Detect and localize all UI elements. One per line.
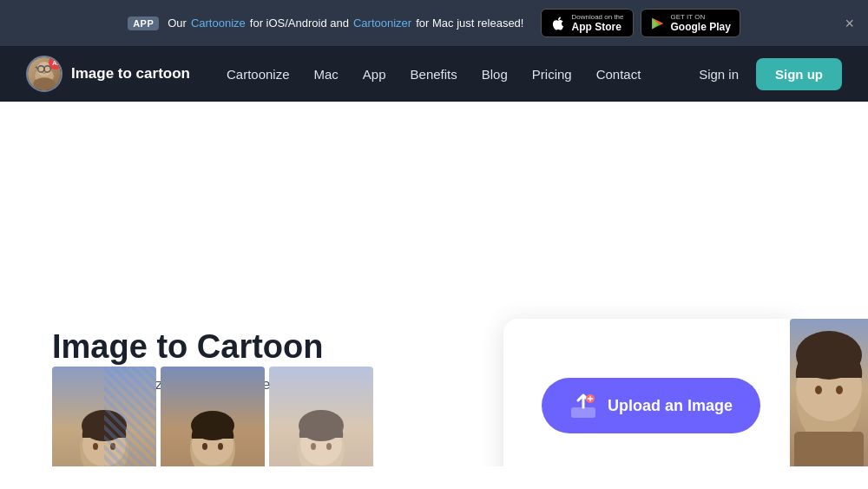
play-store-text: GET IT ON Google Play (671, 13, 731, 33)
app-badge: APP (128, 17, 159, 30)
app-store-text: Download on the App Store (571, 13, 623, 33)
upload-panel: Upload an Image (503, 319, 799, 466)
svg-point-30 (836, 386, 843, 394)
logo[interactable]: AI Image to cartoon (26, 56, 190, 92)
upload-svg (569, 392, 597, 420)
upload-icon (569, 392, 597, 420)
signin-button[interactable]: Sign in (688, 60, 749, 89)
nav-actions: Sign in Sign up (688, 58, 842, 90)
store-buttons: Download on the App Store GET IT ON Goog… (541, 9, 740, 37)
ai-badge: AI (49, 56, 62, 69)
upload-label: Upload an Image (608, 397, 733, 415)
nav-app[interactable]: App (352, 60, 397, 89)
banner-suffix: for Mac just released! (416, 17, 523, 30)
svg-point-16 (218, 443, 223, 450)
cartoonizer-link[interactable]: Cartoonizer (353, 17, 411, 30)
svg-rect-24 (571, 407, 595, 418)
cartoonize-link[interactable]: Cartoonize (191, 17, 246, 30)
photo-face-1 (52, 367, 156, 466)
navbar: AI Image to cartoon Cartoonize Mac App B… (0, 46, 868, 102)
hero-spacer (0, 102, 868, 293)
play-icon (650, 16, 666, 31)
face-svg-2 (182, 401, 243, 466)
photo-strip (52, 367, 382, 466)
svg-point-15 (202, 443, 207, 450)
banner-prefix: Our (168, 17, 187, 30)
nav-blog[interactable]: Blog (471, 60, 518, 89)
nav-benefits[interactable]: Benefits (400, 60, 468, 89)
app-store-button[interactable]: Download on the App Store (541, 9, 633, 37)
face-svg-3 (291, 401, 352, 466)
banner-middle: for iOS/Android and (250, 17, 349, 30)
right-face-svg (790, 319, 868, 466)
signup-button[interactable]: Sign up (756, 58, 842, 90)
nav-mac[interactable]: Mac (304, 60, 349, 89)
svg-point-29 (815, 386, 822, 394)
apple-icon (550, 16, 566, 31)
stripe-overlay (104, 367, 156, 466)
close-banner-button[interactable]: × (845, 14, 854, 32)
photo-face-2 (161, 367, 265, 466)
logo-text: Image to cartoon (71, 65, 190, 83)
google-play-button[interactable]: GET IT ON Google Play (641, 9, 740, 37)
photo-face-3 (269, 367, 373, 466)
banner-text: Our Cartoonize for iOS/Android and Carto… (168, 17, 523, 30)
hero-title: Image to Cartoon (52, 327, 323, 367)
nav-pricing[interactable]: Pricing (522, 60, 582, 89)
hero-section: Image to Cartoon Best AI cartoonizer onl… (0, 293, 868, 466)
upload-button[interactable]: Upload an Image (542, 378, 760, 433)
svg-point-9 (93, 443, 98, 450)
nav-cartoonize[interactable]: Cartoonize (216, 60, 300, 89)
logo-avatar: AI (26, 56, 62, 92)
svg-point-22 (326, 443, 332, 450)
right-face (790, 319, 868, 466)
main-content: Image to Cartoon Best AI cartoonizer onl… (0, 102, 868, 466)
svg-point-2 (33, 77, 55, 89)
nav-links: Cartoonize Mac App Benefits Blog Pricing… (216, 60, 688, 89)
svg-point-21 (311, 443, 316, 450)
svg-rect-27 (794, 432, 864, 466)
announcement-banner: APP Our Cartoonize for iOS/Android and C… (0, 0, 868, 46)
nav-contact[interactable]: Contact (586, 60, 652, 89)
